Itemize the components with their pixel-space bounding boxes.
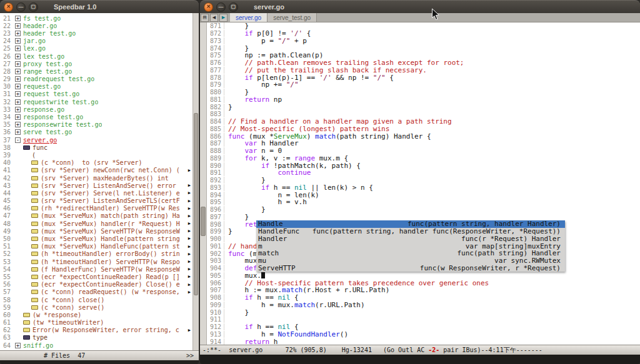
expand-icon[interactable]: +: [15, 91, 21, 97]
expand-icon[interactable]: +: [15, 61, 21, 67]
expand-icon[interactable]: +: [15, 76, 21, 82]
speedbar-item[interactable]: 55(ecr *expectContinueReader) Read(p []▶: [0, 273, 199, 280]
code-line[interactable]: 895 h = v.h: [207, 199, 640, 206]
speedbar-item[interactable]: 37-server.go: [0, 136, 199, 144]
minimize-icon[interactable]: —: [16, 2, 26, 12]
speedbar-item[interactable]: 38func: [0, 144, 199, 151]
speedbar-item[interactable]: 27+proxy_test.go: [0, 60, 199, 67]
maximize-icon[interactable]: ▢: [229, 2, 238, 12]
speedbar-item[interactable]: 59(c *conn) serve(): [0, 303, 199, 311]
speedbar-item[interactable]: 34+response_test.go: [0, 113, 199, 121]
expand-icon[interactable]: +: [15, 114, 21, 120]
tab[interactable]: server.go: [230, 13, 268, 22]
code-line[interactable]: 878 if p[len(p)-1] == '/' && np != "/" {: [207, 74, 640, 81]
speedbar-scrollbar-thumb[interactable]: [194, 113, 198, 295]
speedbar-item[interactable]: 42(srv *Server) maxHeaderBytes() int: [0, 174, 199, 182]
collapse-icon[interactable]: -: [15, 137, 21, 143]
close-icon[interactable]: ✕: [4, 2, 13, 12]
completion-item[interactable]: Handlefunc(pattern string, handler Handl…: [256, 220, 565, 228]
speedbar-item[interactable]: 62Error(w ResponseWriter, error string, …: [0, 327, 199, 334]
expand-icon[interactable]: +: [15, 84, 21, 89]
completion-item[interactable]: HandleFuncfunc(pattern string, handler f…: [256, 228, 565, 235]
expand-icon[interactable]: +: [15, 343, 21, 348]
code-line[interactable]: 911: [207, 316, 640, 323]
code-line[interactable]: 909 h = mux.match(r.URL.Path): [207, 302, 640, 309]
speedbar-item[interactable]: 36+serve_test.go: [0, 129, 199, 136]
speedbar-item[interactable]: 41(srv *Server) newConn(rwc net.Conn) (▶: [0, 167, 199, 174]
buffer-menu-icon[interactable]: ▤: [201, 14, 209, 22]
code-line[interactable]: 890 if !pathMatch(k, path) {: [207, 162, 640, 169]
speedbar-item[interactable]: 44(srv *Server) Serve(l net.Listener) e▶: [0, 189, 199, 197]
code-area[interactable]: 871 }872 if p[0] != '/' {873 p = "/" + p…: [207, 22, 640, 345]
code-line[interactable]: 912 if h == nil {: [207, 323, 640, 331]
expand-icon[interactable]: +: [15, 16, 21, 21]
code-line[interactable]: 887 var h Handler: [207, 140, 640, 147]
speedbar-item[interactable]: 52(h *timeoutHandler) errorBody() strin▶: [0, 250, 199, 258]
speedbar-scrollbar[interactable]: [192, 13, 199, 351]
expand-icon[interactable]: +: [15, 129, 21, 135]
expand-icon[interactable]: +: [15, 99, 21, 105]
speedbar-item[interactable]: 56(ecr *expectContinueReader) Close() e▶: [0, 281, 199, 288]
expand-icon[interactable]: +: [15, 31, 21, 36]
speedbar-item[interactable]: 46(rh *redirectHandler) ServeHTTP(w Res▶: [0, 205, 199, 212]
editor-titlebar[interactable]: ✕ — ▢ server.go: [200, 0, 640, 13]
code-line[interactable]: 873 p = "/" + p: [207, 37, 640, 45]
code-line[interactable]: 886func (mux *ServeMux) match(path strin…: [207, 132, 640, 140]
code-line[interactable]: 907 h := mux.match(r.Host + r.URL.Path): [207, 287, 640, 294]
speedbar-item[interactable]: 57(c *conn) readRequest() (w *response,▶: [0, 288, 199, 296]
code-line[interactable]: 891 continue: [207, 169, 640, 177]
speedbar-item[interactable]: 28+range_test.go: [0, 67, 199, 75]
speedbar-item[interactable]: 25+lex.go: [0, 45, 199, 52]
code-line[interactable]: 872 if p[0] != '/' {: [207, 30, 640, 37]
speedbar-item[interactable]: 35+responsewrite_test.go: [0, 121, 199, 129]
minimize-icon[interactable]: —: [216, 2, 226, 12]
code-line[interactable]: 893 if h == nil || len(k) > n {: [207, 184, 640, 192]
code-line[interactable]: 874 }: [207, 44, 640, 52]
close-icon[interactable]: ✕: [204, 2, 213, 12]
completion-item[interactable]: matchfunc(path string) Handler: [256, 250, 565, 257]
speedbar-item[interactable]: 58(c *conn) close(): [0, 296, 199, 303]
speedbar-item[interactable]: 21+fs_test.go: [0, 14, 199, 22]
speedbar-titlebar[interactable]: ✕ — ▢ Speedbar 1.0: [0, 0, 199, 13]
speedbar-item[interactable]: 29+readrequest_test.go: [0, 76, 199, 83]
expand-icon[interactable]: +: [15, 122, 21, 127]
code-line[interactable]: 885// Most-specific (longest) pattern wi…: [207, 125, 640, 133]
code-line[interactable]: 888 var n = 0: [207, 147, 640, 155]
speedbar-item[interactable]: 40(c *conn) to (srv *Server): [0, 159, 199, 167]
code-line[interactable]: 875 np := path.Clean(p): [207, 52, 640, 59]
expand-icon[interactable]: +: [15, 69, 21, 74]
code-line[interactable]: 876 // path.Clean removes trailing slash…: [207, 59, 640, 67]
code-line[interactable]: 896 }: [207, 206, 640, 214]
tab[interactable]: serve_test.go: [268, 13, 317, 22]
code-line[interactable]: 894 n = len(k): [207, 191, 640, 199]
speedbar-item[interactable]: 64+sniff.go: [0, 342, 199, 349]
speedbar-item[interactable]: 51(mux *ServeMux) HandleFunc(pattern st▶: [0, 243, 199, 250]
code-line[interactable]: 877 // put the trailing slash back if ne…: [207, 67, 640, 74]
code-line[interactable]: 905 mux.: [207, 272, 640, 280]
speedbar-item[interactable]: 45(srv *Server) ListenAndServeTLS(certF▶: [0, 197, 199, 205]
speedbar-item[interactable]: 50(mux *ServeMux) Handle(pattern string▶: [0, 235, 199, 242]
completion-item[interactable]: Handlerfunc(r *Request) Handler: [256, 235, 565, 243]
expand-icon[interactable]: +: [15, 23, 21, 29]
speedbar-item[interactable]: 26+lex_test.go: [0, 52, 199, 60]
maximize-icon[interactable]: ▢: [29, 2, 38, 12]
completion-item[interactable]: muvar sync.RWMutex: [256, 257, 565, 265]
code-line[interactable]: 882}: [207, 103, 640, 111]
code-line[interactable]: 883: [207, 111, 640, 118]
speedbar-item[interactable]: 63type: [0, 334, 199, 342]
completion-item[interactable]: ServeHTTPfunc(w ResponseWriter, r *Reque…: [256, 265, 565, 272]
echo-area[interactable]: [200, 355, 640, 364]
code-line[interactable]: 910 }: [207, 308, 640, 316]
speedbar-item[interactable]: 39(: [0, 151, 199, 159]
scroll-tabs-left-icon[interactable]: ◀: [210, 14, 218, 22]
speedbar-item[interactable]: 23+header_test.go: [0, 29, 199, 37]
speedbar-item[interactable]: 47(mux *ServeMux) match(path string) Ha▶: [0, 212, 199, 220]
speedbar-item[interactable]: 33+response.go: [0, 106, 199, 113]
code-line[interactable]: 906 // Host-specific pattern takes prece…: [207, 279, 640, 287]
speedbar-item[interactable]: 30+request.go: [0, 83, 199, 91]
speedbar-item[interactable]: 61(tw *timeoutWriter): [0, 319, 199, 327]
code-line[interactable]: 879 np += "/": [207, 81, 640, 89]
code-line[interactable]: 892 }: [207, 177, 640, 184]
code-line[interactable]: 889 for k, v := range mux.m {: [207, 155, 640, 162]
speedbar-item[interactable]: 53(h *timeoutHandler) ServeHTTP(w Respo▶: [0, 258, 199, 265]
